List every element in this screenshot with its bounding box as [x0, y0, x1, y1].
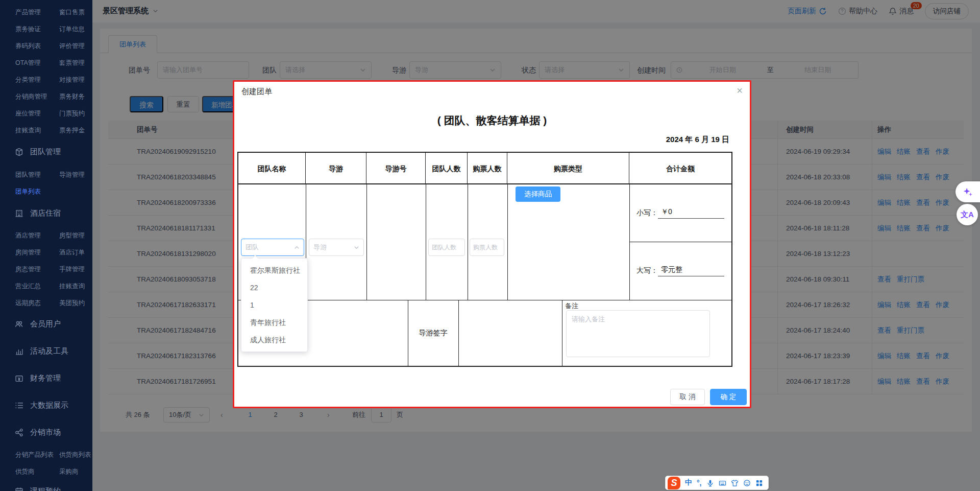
sidebar-item[interactable]: 门票预约 [59, 105, 92, 122]
screen: 产品管理 窗口售票 票务验证 订单信息 券码列表 评价管理 OTA管理 套票管理… [0, 0, 980, 491]
sidebar-item[interactable]: 券码列表 [15, 38, 59, 55]
sidebar-section-course[interactable]: 课程预约 [0, 484, 92, 491]
sidebar-item[interactable]: 远期房态 [15, 295, 59, 312]
sidebar-item-active[interactable]: 团单列表 [15, 183, 59, 200]
chevron-up-icon [294, 245, 300, 250]
sidebar-section-label: 团队管理 [30, 147, 61, 157]
sidebar-item[interactable]: 产品管理 [15, 4, 59, 21]
col-guide: 导游 [306, 153, 366, 184]
amount-lowercase-label: 小写： [636, 208, 658, 218]
sidebar-item[interactable]: 营业汇总 [15, 278, 59, 295]
settlement-table: 团队名称 导游 导游号 团队人数 购票人数 购票类型 合计金额 小写： ￥0 [237, 152, 732, 367]
translate-icon: 文A [961, 210, 974, 220]
sidebar-section-tools[interactable]: 活动及工具 [0, 344, 92, 358]
ime-punctuation-toggle[interactable]: °, [697, 479, 702, 487]
sidebar-item[interactable]: 票务验证 [15, 21, 59, 38]
ime-toolbar: S 中 °, [665, 476, 769, 490]
modal-team-count-input[interactable] [428, 239, 465, 256]
sidebar-item[interactable]: 供货商列表 [59, 447, 92, 463]
ai-assistant-button[interactable] [955, 181, 980, 202]
sidebar-section-team[interactable]: 团队管理 [0, 145, 92, 159]
sidebar-section-label: 大数据展示 [30, 401, 68, 410]
col-team-name: 团队名称 [238, 153, 306, 184]
modal-guide-select[interactable]: 导游 [309, 239, 364, 256]
sidebar-item[interactable]: 分类管理 [15, 72, 59, 88]
sidebar-item[interactable]: 手牌管理 [59, 261, 92, 278]
share-icon [15, 428, 23, 437]
dropdown-option[interactable]: 1 [241, 296, 307, 314]
sogou-logo-icon[interactable]: S [668, 477, 680, 489]
sidebar-item[interactable]: 挂账查询 [59, 278, 92, 295]
sidebar-item[interactable]: 分销商管理 [15, 88, 59, 105]
sidebar-item[interactable]: 采购商 [59, 463, 92, 480]
create-group-order-modal: 创建团单 × ( 团队、散客结算单据 ) 2024 年 6 月 19 日 团队名… [233, 80, 751, 408]
sidebar-item[interactable]: 供货商 [15, 463, 59, 480]
microphone-icon[interactable] [706, 479, 714, 487]
chart-icon [15, 347, 23, 356]
sidebar-item[interactable]: 座位管理 [15, 105, 59, 122]
modal-buy-count-input[interactable] [470, 239, 504, 256]
amount-lowercase-value: ￥0 [658, 207, 724, 219]
sidebar-item[interactable]: 酒店管理 [15, 227, 59, 244]
translate-button[interactable]: 文A [957, 204, 978, 225]
sidebar-item[interactable]: 分销产品列表 [15, 447, 59, 463]
sidebar-item[interactable]: 窗口售票 [59, 4, 92, 21]
sparkles-icon [962, 186, 973, 198]
settlement-doc-title: ( 团队、散客结算单据 ) [234, 113, 750, 128]
select-product-button[interactable]: 选择商品 [516, 186, 560, 202]
amount-lowercase-cell: 小写： ￥0 [629, 184, 731, 242]
modal-team-select[interactable]: 团队 [241, 239, 304, 256]
sidebar-section-bigdata[interactable]: 大数据展示 [0, 398, 92, 412]
sidebar-section-market[interactable]: 分销市场 [0, 425, 92, 439]
confirm-button[interactable]: 确 定 [710, 389, 747, 405]
close-icon[interactable]: × [737, 85, 743, 97]
sidebar-item[interactable]: 酒店订单 [59, 244, 92, 261]
sidebar-item[interactable]: 挂账查询 [15, 122, 59, 139]
sidebar-item[interactable]: 订单信息 [59, 21, 92, 38]
sidebar-section-finance[interactable]: 财务管理 [0, 371, 92, 385]
sidebar-item[interactable]: 导游管理 [59, 167, 92, 183]
sidebar-item[interactable]: 票务财务 [59, 88, 92, 105]
modal-team-placeholder: 团队 [246, 243, 294, 252]
sidebar-item[interactable]: 套票管理 [59, 55, 92, 72]
sidebar-item[interactable]: 房间管理 [15, 244, 59, 261]
building-icon [15, 209, 23, 218]
keyboard-icon[interactable] [719, 479, 726, 487]
cancel-button[interactable]: 取 消 [670, 389, 705, 405]
gridline [507, 184, 508, 300]
amount-uppercase-cell: 大写： 零元整 [629, 242, 731, 300]
skin-shirt-icon[interactable] [731, 479, 739, 487]
sidebar-section-members[interactable]: 会员用户 [0, 317, 92, 331]
sidebar-section-label: 财务管理 [30, 373, 61, 383]
dropdown-option[interactable]: 成人旅行社 [241, 331, 307, 348]
toolbox-grid-icon[interactable] [755, 479, 763, 487]
calendar-icon [15, 487, 23, 491]
sidebar-item[interactable]: 美团预约 [59, 295, 92, 312]
modal-title: 创建团单 [241, 87, 272, 97]
dropdown-option[interactable]: 霍尔果斯旅行社 [241, 262, 307, 279]
sidebar-item[interactable]: 评价管理 [59, 38, 92, 55]
col-ticket-type: 购票类型 [507, 153, 629, 184]
dropdown-option[interactable]: 青年旅行社 [241, 314, 307, 331]
sidebar-item[interactable]: 票务押金 [59, 122, 92, 139]
sidebar-item[interactable]: 房态管理 [15, 261, 59, 278]
emoji-face-icon[interactable] [743, 479, 751, 487]
ime-language-toggle[interactable]: 中 [685, 478, 692, 487]
modal-guide-placeholder: 导游 [313, 243, 354, 252]
users-icon [15, 320, 23, 329]
dropdown-option[interactable]: 22 [241, 279, 307, 296]
wallet-icon [15, 374, 23, 383]
sidebar-section-label: 会员用户 [30, 319, 61, 329]
chevron-down-icon [354, 245, 359, 250]
sidebar-section-hotel[interactable]: 酒店住宿 [0, 206, 92, 220]
sidebar-item[interactable]: 团队管理 [15, 167, 59, 183]
sidebar-item[interactable]: OTA管理 [15, 55, 59, 72]
sidebar-item[interactable]: 房型管理 [59, 227, 92, 244]
sidebar-ticket-links: 产品管理 窗口售票 票务验证 订单信息 券码列表 评价管理 OTA管理 套票管理… [0, 4, 92, 139]
sidebar-item[interactable]: 对接管理 [59, 72, 92, 88]
gridline [458, 300, 459, 366]
sidebar-hotel-links: 酒店管理 房型管理 房间管理 酒店订单 房态管理 手牌管理 营业汇总 挂账查询 … [0, 227, 92, 312]
amount-uppercase-label: 大写： [636, 266, 658, 275]
remark-textarea[interactable] [566, 310, 710, 357]
team-select-dropdown: 霍尔果斯旅行社 22 1 青年旅行社 成人旅行社 [241, 258, 308, 352]
